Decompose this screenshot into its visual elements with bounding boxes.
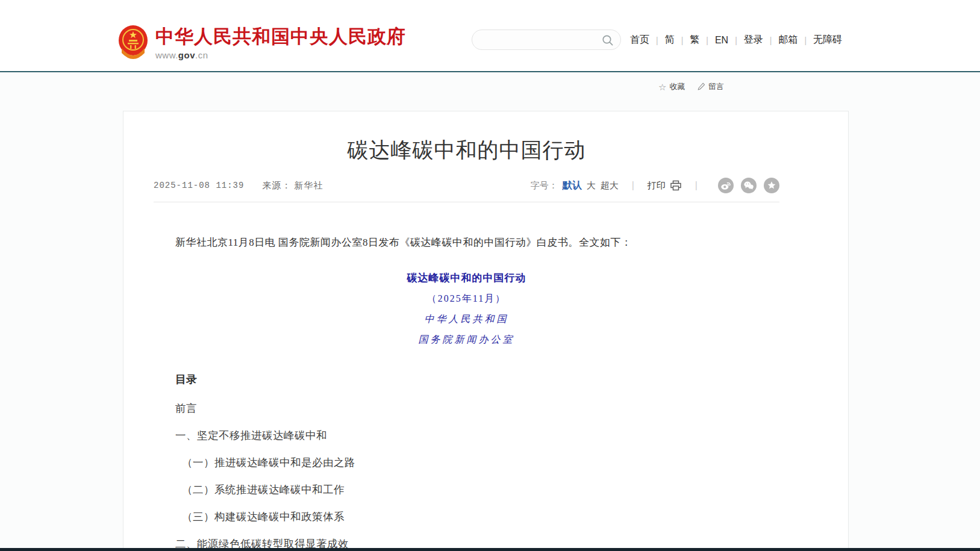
- meta-toolbar: 字号： 默认 大 超大 | 打印 |: [531, 178, 779, 193]
- toc-item-preface: 前言: [175, 403, 758, 414]
- site-brand: 中华人民共和国中央人民政府 www.gov.cn: [155, 26, 406, 60]
- document-org-line1: 中华人民共和国: [175, 313, 758, 326]
- search-input[interactable]: [472, 30, 620, 49]
- font-size-xlarge[interactable]: 超大: [601, 180, 619, 191]
- source-label: 来源：: [262, 180, 291, 190]
- search-box: [472, 30, 621, 50]
- top-nav: 首页 | 简 | 繁 | EN | 登录 | 邮箱 | 无障碍: [630, 34, 842, 46]
- favorite-button[interactable]: ☆ 收藏: [658, 81, 685, 92]
- site-title: 中华人民共和国中央人民政府: [155, 26, 406, 47]
- toc-heading: 目录: [175, 372, 758, 387]
- nav-simplified[interactable]: 简: [665, 34, 675, 46]
- site-header: 中华人民共和国中央人民政府 www.gov.cn 首页 | 简 | 繁 | EN…: [0, 0, 980, 71]
- article-card: 碳达峰碳中和的中国行动 2025-11-08 11:39 来源： 新华社 字号：…: [123, 111, 849, 551]
- favorite-label: 收藏: [669, 81, 685, 92]
- nav-separator: |: [770, 36, 772, 45]
- pencil-icon: [698, 82, 705, 92]
- nav-separator: |: [804, 36, 807, 45]
- nav-login[interactable]: 登录: [744, 34, 763, 46]
- url-cn: .cn: [195, 50, 208, 60]
- source-value: 新华社: [295, 180, 323, 190]
- toc-item-section1: 一、坚定不移推进碳达峰碳中和: [175, 430, 758, 441]
- toolbar-separator: |: [695, 180, 698, 191]
- site-url: www.gov.cn: [155, 50, 406, 60]
- bottom-edge-bar: [0, 548, 980, 551]
- font-size-large[interactable]: 大: [587, 180, 596, 191]
- nav-accessibility[interactable]: 无障碍: [813, 34, 842, 46]
- article-source: 来源： 新华社: [262, 180, 323, 191]
- intro-paragraph: 新华社北京11月8日电 国务院新闻办公室8日发布《碳达峰碳中和的中国行动》白皮书…: [175, 236, 758, 249]
- printer-icon: [670, 180, 682, 191]
- font-size-default[interactable]: 默认: [563, 179, 582, 192]
- article-body: 新华社北京11月8日电 国务院新闻办公室8日发布《碳达峰碳中和的中国行动》白皮书…: [175, 236, 758, 551]
- toolbar-separator: |: [632, 180, 634, 191]
- document-title: 碳达峰碳中和的中国行动: [175, 271, 758, 285]
- nav-separator: |: [681, 36, 684, 45]
- page-actions: ☆ 收藏 留言: [0, 79, 980, 94]
- star-outline-icon: ☆: [658, 83, 666, 91]
- national-emblem-logo: [118, 24, 148, 60]
- nav-separator: |: [706, 36, 708, 45]
- font-size-label: 字号：: [531, 180, 558, 191]
- url-www: www.: [155, 50, 178, 60]
- article-title: 碳达峰碳中和的中国行动: [154, 137, 779, 163]
- publish-date: 2025-11-08 11:39: [154, 181, 244, 190]
- weibo-share-icon[interactable]: [718, 178, 734, 193]
- star-share-icon[interactable]: [764, 178, 779, 193]
- nav-separator: |: [656, 36, 658, 45]
- print-button[interactable]: 打印: [648, 180, 682, 191]
- meta-left: 2025-11-08 11:39 来源： 新华社: [154, 180, 323, 191]
- nav-mail[interactable]: 邮箱: [778, 34, 797, 46]
- nav-home[interactable]: 首页: [630, 34, 649, 46]
- nav-traditional[interactable]: 繁: [690, 34, 699, 46]
- nav-english[interactable]: EN: [715, 35, 728, 46]
- toc-item-section1-1: （一）推进碳达峰碳中和是必由之路: [175, 457, 758, 468]
- document-org-line2: 国务院新闻办公室: [175, 334, 758, 346]
- print-label: 打印: [648, 180, 666, 191]
- comment-button[interactable]: 留言: [698, 81, 724, 92]
- url-gov: gov: [178, 50, 195, 60]
- article-meta: 2025-11-08 11:39 来源： 新华社 字号： 默认 大 超大 | 打…: [154, 178, 779, 202]
- toc-item-section1-2: （二）系统推进碳达峰碳中和工作: [175, 484, 758, 495]
- search-icon[interactable]: [601, 34, 614, 47]
- toc-item-section1-3: （三）构建碳达峰碳中和政策体系: [175, 511, 758, 522]
- page: 中华人民共和国中央人民政府 www.gov.cn 首页 | 简 | 繁 | EN…: [0, 0, 980, 551]
- document-date: （2025年11月）: [175, 293, 758, 305]
- wechat-share-icon[interactable]: [741, 178, 757, 193]
- nav-separator: |: [735, 36, 737, 45]
- comment-label: 留言: [708, 81, 724, 92]
